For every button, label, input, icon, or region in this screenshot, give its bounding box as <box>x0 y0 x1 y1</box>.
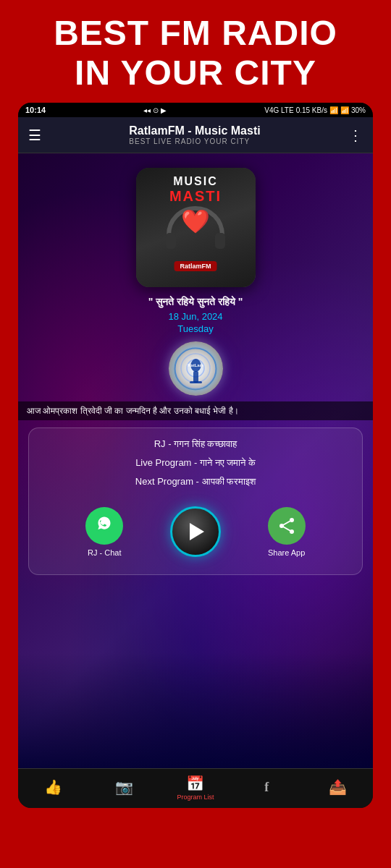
share-nav-icon: 📤 <box>329 778 347 796</box>
svg-rect-0 <box>166 233 176 249</box>
status-signal-icon: 📶 <box>340 106 349 114</box>
bottom-nav: 👍 📷 📅 Program List f 📤 <box>18 768 373 808</box>
whatsapp-icon <box>93 512 115 539</box>
dj-board-decoration <box>18 652 373 768</box>
svg-point-2 <box>175 348 216 388</box>
nav-item-share[interactable]: 📤 <box>319 778 356 797</box>
chat-label: RJ - Chat <box>88 548 121 557</box>
svg-rect-1 <box>215 233 225 249</box>
title-line2: IN YOUR CITY <box>14 53 377 93</box>
status-right: V4G LTE 0.15 KB/s 📶 📶 30% <box>264 106 366 114</box>
song-date: 18 Jun, 2024 <box>33 311 358 322</box>
status-speed: 0.15 KB/s <box>296 106 327 114</box>
nav-item-facebook[interactable]: f <box>248 780 285 796</box>
song-info: " सुनते रहिये सुनते रहिये " 18 Jun, 2024… <box>18 296 373 334</box>
share-icon-circle <box>268 507 306 545</box>
info-panel: RJ - गगन सिंह कच्छावाह Live Program - गा… <box>28 427 363 575</box>
page-title: BEST FM RADIO IN YOUR CITY <box>0 0 391 103</box>
radio-logo: RatLam <box>18 341 373 396</box>
status-nav-icons: ◂◂ ⊙ ▶ <box>143 106 167 114</box>
share-button[interactable]: Share App <box>268 507 306 557</box>
like-icon: 👍 <box>44 778 62 796</box>
ratlam-badge: RatlamFM <box>174 261 216 271</box>
masti-label: MASTI <box>136 188 256 205</box>
svg-line-14 <box>282 526 292 532</box>
status-bar: 10:14 ◂◂ ⊙ ▶ V4G LTE 0.15 KB/s 📶 📶 30% <box>18 103 373 117</box>
status-time: 10:14 <box>25 106 46 114</box>
app-header: ☰ RatlamFM - Music Masti BEST LIVE RADIO… <box>18 117 373 153</box>
song-day: Tuesday <box>33 323 358 334</box>
instagram-icon: 📷 <box>115 778 133 796</box>
controls-row: RJ - Chat <box>41 495 350 564</box>
next-program-info: Next Program - आपकी फरमाइश <box>41 476 350 488</box>
svg-rect-5 <box>193 371 198 383</box>
nav-item-instagram[interactable]: 📷 <box>106 778 143 797</box>
rj-info: RJ - गगन सिंह कच्छावाह <box>41 438 350 450</box>
svg-text:RatLam: RatLam <box>187 363 203 367</box>
more-icon[interactable]: ⋮ <box>348 127 363 144</box>
app-header-title: RatlamFM - Music Masti BEST LIVE RADIO Y… <box>129 124 260 145</box>
main-content: MUSIC MASTI ❤️ RatlamFM " सुनते रहिये सु… <box>18 153 373 768</box>
facebook-icon: f <box>264 780 269 795</box>
chat-button[interactable]: RJ - Chat <box>85 507 123 557</box>
hamburger-icon[interactable]: ☰ <box>28 127 41 144</box>
status-battery: 30% <box>351 106 366 114</box>
mic-circle: RatLam <box>169 341 223 396</box>
programs-icon: 📅 <box>186 775 204 792</box>
phone-frame: 10:14 ◂◂ ⊙ ▶ V4G LTE 0.15 KB/s 📶 📶 30% ☰… <box>18 103 373 808</box>
svg-line-13 <box>282 520 292 526</box>
play-button[interactable] <box>170 506 221 557</box>
ticker-bar: आज ओमप्रकाश त्रिवेदी जी का जन्मदिन है और… <box>18 401 373 420</box>
app-tagline: BEST LIVE RADIO YOUR CITY <box>129 137 260 145</box>
programs-label: Program List <box>177 793 214 801</box>
ticker-text: आज ओमप्रकाश त्रिवेदी जी का जन्मदिन है और… <box>27 406 239 416</box>
status-wifi-icon: 📶 <box>329 106 338 114</box>
play-triangle-icon <box>190 523 204 540</box>
svg-rect-6 <box>190 381 202 383</box>
album-card-inner: MUSIC MASTI ❤️ RatlamFM <box>136 168 256 287</box>
music-label: MUSIC <box>136 175 256 188</box>
nav-item-programs[interactable]: 📅 Program List <box>177 775 214 801</box>
nav-item-like[interactable]: 👍 <box>35 778 72 797</box>
whatsapp-svg <box>93 512 115 534</box>
song-quote: " सुनते रहिये सुनते रहिये " <box>33 296 358 308</box>
album-card: MUSIC MASTI ❤️ RatlamFM <box>136 168 256 287</box>
app-name: RatlamFM - Music Masti <box>129 124 260 137</box>
whatsapp-icon-circle <box>85 507 123 545</box>
live-program-info: Live Program - गाने नए जमाने के <box>41 457 350 469</box>
play-circle <box>170 506 221 557</box>
svg-point-7 <box>190 359 201 372</box>
heart-icon: ❤️ <box>181 208 210 235</box>
share-label: Share App <box>268 548 305 557</box>
svg-point-4 <box>187 359 204 377</box>
status-network: V4G LTE <box>264 106 293 114</box>
radio-waves-svg: RatLam <box>172 345 219 392</box>
title-line1: BEST FM RADIO <box>14 13 377 53</box>
svg-point-3 <box>181 354 210 383</box>
share-svg-icon <box>277 516 296 535</box>
